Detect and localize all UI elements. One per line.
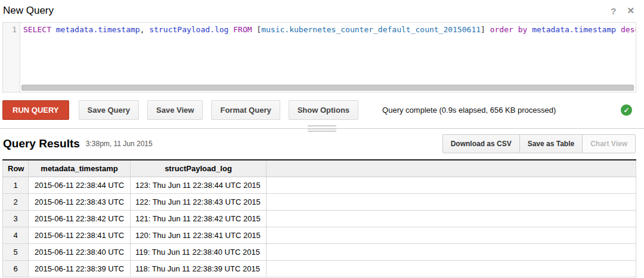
sql-token-plain: [ — [252, 25, 262, 34]
column-header-structpayload-log: structPayload_log — [131, 160, 267, 177]
row-number-cell: 1 — [3, 177, 29, 193]
format-query-button[interactable]: Format Query — [211, 100, 280, 120]
table-header-row: Row metadata_timestamp structPayload_log — [3, 160, 636, 177]
chart-view-button: Chart View — [582, 134, 636, 153]
column-header-row: Row — [3, 160, 29, 177]
metadata-timestamp-cell: 2015-06-11 22:38:41 UTC — [29, 227, 131, 243]
row-number-cell: 2 — [3, 193, 29, 210]
metadata-timestamp-cell: 2015-06-11 22:38:44 UTC — [29, 177, 131, 193]
sql-token-plain — [616, 25, 621, 34]
query-status-text: Query complete (0.9s elapsed, 656 KB pro… — [382, 106, 556, 115]
empty-cell — [267, 243, 636, 260]
empty-cell — [267, 260, 636, 277]
empty-cell — [267, 193, 636, 210]
empty-cell — [267, 177, 636, 193]
sql-token-field: structPayload.log — [149, 25, 228, 34]
sql-token-keyword: SELECT — [23, 25, 51, 34]
row-number-cell: 6 — [3, 260, 29, 277]
sql-token-plain — [51, 25, 56, 34]
row-number-cell: 5 — [3, 243, 29, 260]
metadata-timestamp-cell: 2015-06-11 22:38:43 UTC — [29, 193, 131, 210]
sql-token-field: metadata.timestamp — [56, 25, 140, 34]
structpayload-log-cell: 121: Thu Jun 11 22:38:42 UTC 2015 — [131, 210, 267, 227]
structpayload-log-cell: 123: Thu Jun 11 22:38:44 UTC 2015 — [131, 177, 267, 193]
structpayload-log-cell: 118: Thu Jun 11 22:38:39 UTC 2015 — [131, 260, 267, 277]
table-row: 52015-06-11 22:38:40 UTC119: Thu Jun 11 … — [3, 243, 636, 260]
empty-cell — [267, 227, 636, 243]
sql-token-plain — [527, 25, 532, 34]
results-title: Query Results — [3, 137, 80, 150]
toolbar-buttons: Save QuerySave ViewFormat QueryShow Opti… — [79, 100, 367, 120]
sql-token-table: music.kubernetes_counter_default_count_2… — [261, 25, 481, 34]
download-as-csv-button[interactable]: Download as CSV — [442, 134, 520, 153]
sql-token-keyword: order — [490, 25, 513, 34]
query-toolbar: RUN QUERY Save QuerySave ViewFormat Quer… — [2, 100, 636, 120]
save-query-button[interactable]: Save Query — [79, 100, 140, 120]
structpayload-log-cell: 119: Thu Jun 11 22:38:40 UTC 2015 — [131, 243, 267, 260]
titlebar-icons: ? ✕ — [611, 5, 634, 16]
table-row: 42015-06-11 22:38:41 UTC120: Thu Jun 11 … — [3, 227, 636, 243]
show-options-button[interactable]: Show Options — [289, 100, 358, 120]
results-table: Row metadata_timestamp structPayload_log… — [2, 159, 636, 277]
titlebar: New Query ? ✕ — [0, 0, 644, 17]
metadata-timestamp-cell: 2015-06-11 22:38:39 UTC — [29, 260, 131, 277]
sql-token-field: metadata.timestamp — [532, 25, 616, 34]
help-icon[interactable]: ? — [611, 6, 616, 16]
sql-token-plain: , — [140, 25, 150, 34]
structpayload-log-cell: 120: Thu Jun 11 22:38:41 UTC 2015 — [131, 227, 267, 243]
sql-code-line[interactable]: SELECT metadata.timestamp, structPayload… — [20, 23, 636, 92]
query-editor[interactable]: 1 SELECT metadata.timestamp, structPaylo… — [2, 22, 636, 92]
metadata-timestamp-cell: 2015-06-11 22:38:42 UTC — [29, 210, 131, 227]
table-row: 12015-06-11 22:38:44 UTC123: Thu Jun 11 … — [3, 177, 636, 193]
sql-token-plain: ] — [481, 25, 490, 34]
pane-splitter — [0, 128, 644, 129]
results-timestamp: 3:38pm, 11 Jun 2015 — [86, 140, 153, 148]
results-header: Query Results 3:38pm, 11 Jun 2015 Downlo… — [3, 134, 636, 153]
sql-token-plain — [513, 25, 518, 34]
empty-cell — [267, 210, 636, 227]
table-row: 32015-06-11 22:38:42 UTC121: Thu Jun 11 … — [3, 210, 636, 227]
metadata-timestamp-cell: 2015-06-11 22:38:40 UTC — [29, 243, 131, 260]
query-success-check-icon: ✓ — [621, 104, 632, 116]
close-icon[interactable]: ✕ — [627, 5, 634, 16]
editor-horizontal-scrollbar[interactable] — [21, 85, 634, 91]
row-number-cell: 4 — [3, 227, 29, 243]
run-query-button[interactable]: RUN QUERY — [2, 100, 69, 120]
line-number: 1 — [12, 25, 17, 34]
save-view-button[interactable]: Save View — [147, 100, 203, 120]
sql-token-keyword: FROM — [233, 25, 252, 34]
editor-line-number-gutter: 1 — [3, 23, 20, 92]
splitter-drag-handle[interactable] — [308, 125, 336, 132]
sql-token-keyword: by — [518, 25, 528, 34]
page-title: New Query — [3, 5, 54, 17]
save-as-table-button[interactable]: Save as Table — [519, 134, 583, 153]
row-number-cell: 3 — [3, 210, 29, 227]
column-header-empty — [267, 160, 636, 177]
results-action-buttons: Download as CSVSave as TableChart View — [442, 134, 636, 153]
column-header-metadata-timestamp: metadata_timestamp — [29, 160, 131, 177]
table-row: 22015-06-11 22:38:43 UTC122: Thu Jun 11 … — [3, 193, 636, 210]
structpayload-log-cell: 122: Thu Jun 11 22:38:43 UTC 2015 — [131, 193, 267, 210]
table-row: 62015-06-11 22:38:39 UTC118: Thu Jun 11 … — [3, 260, 636, 277]
sql-token-keyword: desc — [621, 25, 636, 34]
